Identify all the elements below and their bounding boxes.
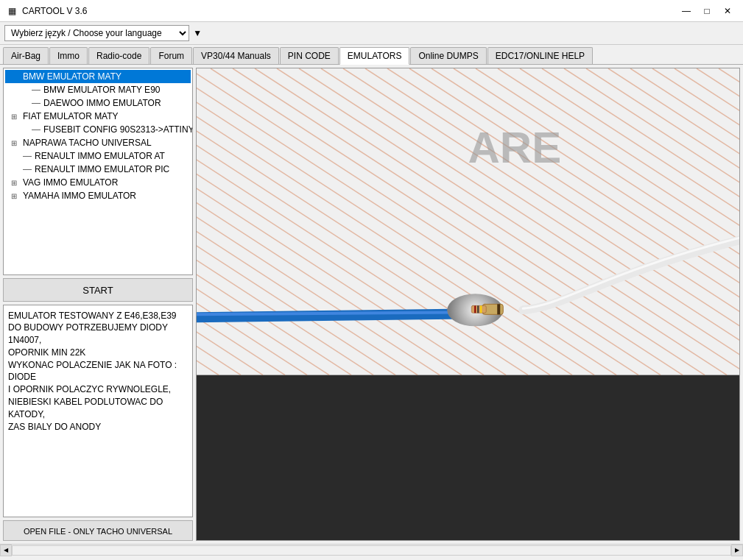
tab-edc17[interactable]: EDC17/ONLINE HELP bbox=[487, 47, 593, 64]
tree-item-bmw-e90[interactable]: — BMW EMULATOR MATY E90 bbox=[5, 83, 191, 96]
scroll-left-arrow[interactable]: ◀ bbox=[0, 545, 12, 556]
title-bar: ▦ CARTOOL V 3.6 — □ ✕ bbox=[0, 0, 743, 22]
description-area: EMULATOR TESTOWANY Z E46,E38,E39 DO BUDO… bbox=[3, 305, 193, 518]
app-title: CARTOOL V 3.6 bbox=[22, 6, 677, 16]
tab-vp30[interactable]: VP30/44 Manuals bbox=[193, 47, 279, 64]
dash-icon-renault-at: — bbox=[23, 151, 32, 161]
app-icon: ▦ bbox=[6, 5, 18, 17]
open-file-button[interactable]: OPEN FILE - ONLY TACHO UNIVERSAL bbox=[3, 520, 193, 541]
tree-item-label-yamaha: YAMAHA IMMO EMULATOR bbox=[23, 191, 136, 201]
image-panel bbox=[196, 68, 740, 541]
tree-item-fiat[interactable]: ⊞ FIAT EMULATOR MATY bbox=[5, 110, 191, 123]
dash-icon-fusebit: — bbox=[32, 124, 41, 135]
minimize-button[interactable]: — bbox=[677, 3, 696, 19]
window-controls: — □ ✕ bbox=[677, 3, 737, 19]
language-bar: Wybierz język / Choose your language ▼ bbox=[0, 22, 743, 45]
scrollbar-track[interactable] bbox=[12, 545, 731, 556]
expand-icon-fiat: ⊞ bbox=[11, 113, 21, 121]
tab-immo[interactable]: Immo bbox=[49, 47, 88, 64]
description-text: EMULATOR TESTOWANY Z E46,E38,E39 DO BUDO… bbox=[8, 311, 180, 432]
expand-icon-naprawa: ⊞ bbox=[11, 139, 21, 147]
nav-tabs: Air-Bag Immo Radio-code Forum VP30/44 Ma… bbox=[0, 45, 743, 65]
tree-item-bmw-maty[interactable]: BMW EMULATOR MATY bbox=[5, 70, 191, 83]
tree-item-daewoo[interactable]: — DAEWOO IMMO EMULATOR bbox=[5, 96, 191, 110]
tree-item-label-renault-at: RENAULT IMMO EMULATOR AT bbox=[35, 151, 165, 161]
tab-onlinedumps[interactable]: Online DUMPS bbox=[410, 47, 486, 64]
tab-airbag[interactable]: Air-Bag bbox=[3, 47, 49, 64]
tree-item-label-fiat: FIAT EMULATOR MATY bbox=[23, 111, 119, 121]
tree-item-naprawa[interactable]: ⊞ NAPRAWA TACHO UNIVERSAL bbox=[5, 136, 191, 149]
left-panel: BMW EMULATOR MATY — BMW EMULATOR MATY E9… bbox=[3, 68, 193, 541]
tree-item-label-bmw-maty: BMW EMULATOR MATY bbox=[23, 71, 122, 82]
tree-item-label-vag: VAG IMMO EMULATOR bbox=[23, 177, 118, 188]
tab-radiocode[interactable]: Radio-code bbox=[88, 47, 149, 64]
main-content: BMW EMULATOR MATY — BMW EMULATOR MATY E9… bbox=[0, 65, 743, 544]
language-select[interactable]: Wybierz język / Choose your language bbox=[4, 25, 189, 41]
tree-item-vag[interactable]: ⊞ VAG IMMO EMULATOR bbox=[5, 176, 191, 189]
tree-item-label-daewoo: DAEWOO IMMO EMULATOR bbox=[43, 98, 161, 108]
scroll-right-arrow[interactable]: ▶ bbox=[731, 545, 743, 556]
maximize-button[interactable]: □ bbox=[697, 3, 716, 19]
tree-item-label-bmw-e90: BMW EMULATOR MATY E90 bbox=[43, 85, 160, 95]
tab-emulators[interactable]: EMULATORS bbox=[339, 47, 410, 65]
photo-canvas bbox=[197, 68, 739, 540]
dash-icon-renault-pic: — bbox=[23, 164, 32, 174]
bottom-scrollbar: ◀ ▶ bbox=[0, 544, 743, 556]
tree-item-yamaha[interactable]: ⊞ YAMAHA IMMO EMULATOR bbox=[5, 189, 191, 202]
tab-pincode[interactable]: PIN CODE bbox=[280, 47, 339, 64]
tree-item-label-renault-pic: RENAULT IMMO EMULATOR PIC bbox=[35, 164, 169, 174]
tree-item-renault-at[interactable]: — RENAULT IMMO EMULATOR AT bbox=[5, 149, 191, 163]
tree-container: BMW EMULATOR MATY — BMW EMULATOR MATY E9… bbox=[3, 68, 193, 275]
tree-item-label-naprawa: NAPRAWA TACHO UNIVERSAL bbox=[23, 138, 152, 148]
tree-item-renault-pic[interactable]: — RENAULT IMMO EMULATOR PIC bbox=[5, 163, 191, 176]
close-button[interactable]: ✕ bbox=[718, 3, 737, 19]
dash-icon-daewoo: — bbox=[32, 98, 41, 108]
expand-icon-yamaha: ⊞ bbox=[11, 192, 21, 200]
start-button[interactable]: START bbox=[3, 278, 193, 302]
expand-icon-vag: ⊞ bbox=[11, 179, 21, 187]
tree-item-fusebit[interactable]: — FUSEBIT CONFIG 90S2313->ATTINY2313 bbox=[5, 123, 191, 136]
tab-forum[interactable]: Forum bbox=[150, 47, 192, 64]
tree-item-label-fusebit: FUSEBIT CONFIG 90S2313->ATTINY2313 bbox=[43, 124, 193, 135]
dash-icon-bmw-e90: — bbox=[32, 85, 41, 95]
